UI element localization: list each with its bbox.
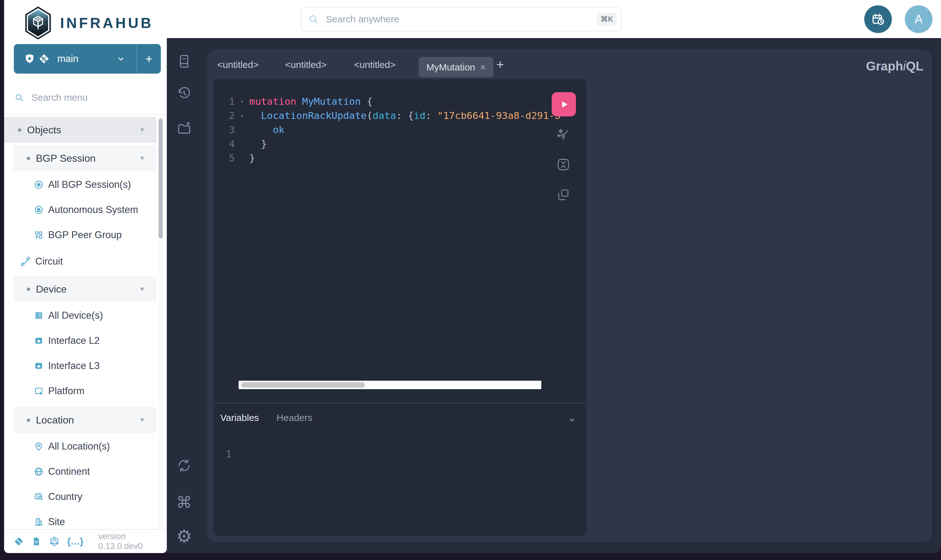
interface-icon <box>34 336 44 346</box>
site-building-icon <box>34 517 44 527</box>
sidebar-item-site[interactable]: Site <box>14 509 156 529</box>
continent-globe-icon <box>34 466 44 477</box>
query-editor[interactable]: 1 ▾ mutation MyMutation { 2 ▾ LocationRa… <box>213 79 586 536</box>
code-line: 2 ▾ LocationRackUpdate ( data : { id : "… <box>213 108 561 122</box>
item-label: Autonomous System <box>48 204 138 215</box>
prettify-button[interactable] <box>556 127 571 143</box>
close-icon[interactable]: × <box>480 62 486 73</box>
copy-query-button[interactable] <box>556 187 571 203</box>
merge-fragments-button[interactable] <box>556 157 571 172</box>
chevron-down-icon[interactable]: ⌄ <box>568 412 576 424</box>
explorer-plugin-button[interactable] <box>175 120 193 137</box>
git-icon[interactable] <box>14 536 24 547</box>
sidebar-item-interface-l3[interactable]: Interface L3 <box>14 353 156 379</box>
editor-footer: Variables Headers ⌄ <box>213 406 586 429</box>
execute-query-button[interactable] <box>552 92 576 116</box>
graphiql-panel: <untitled> <untitled> <untitled> MyMutat… <box>207 50 932 542</box>
sidebar-item-continent[interactable]: Continent <box>14 459 156 485</box>
sidebar-scrollbar-thumb[interactable] <box>159 118 163 238</box>
item-label: Country <box>48 491 82 502</box>
sidebar-item-circuit[interactable]: Circuit <box>4 249 156 274</box>
menu-search[interactable] <box>4 81 167 114</box>
graphql-icon[interactable] <box>49 536 60 547</box>
sidebar-group-objects[interactable]: Objects ▼ <box>4 117 156 143</box>
sidebar: INFRAHUB main + Objects ▼ <box>4 0 167 553</box>
caret-down-icon: ▼ <box>139 286 145 292</box>
item-label: Site <box>48 516 65 528</box>
sidebar-item-all-bgp-sessions[interactable]: All BGP Session(s) <box>14 172 156 198</box>
group-label: Location <box>36 414 74 426</box>
item-label: Interface L3 <box>48 360 100 372</box>
tab-untitled-3[interactable]: <untitled> <box>354 50 396 80</box>
tab-untitled-1[interactable]: <untitled> <box>217 50 259 80</box>
command-icon: ⌘ <box>176 495 192 510</box>
create-branch-button[interactable]: + <box>137 52 161 66</box>
branch-selector[interactable]: main + <box>14 44 161 74</box>
settings-button[interactable]: ⚙ <box>175 528 193 545</box>
tab-mymutation[interactable]: MyMutation × <box>419 57 493 77</box>
copy-icon <box>556 188 570 202</box>
menu-search-input[interactable] <box>31 92 152 103</box>
sidebar-item-interface-l2[interactable]: Interface L2 <box>14 328 156 354</box>
fold-icon[interactable]: ▾ <box>235 112 249 119</box>
gear-icon: ⚙ <box>176 528 192 545</box>
fold-icon[interactable]: ▾ <box>235 98 249 105</box>
bullet-icon <box>27 418 30 422</box>
sidebar-group-location[interactable]: Location ▼ <box>14 407 156 433</box>
branch-name: main <box>57 53 79 65</box>
sidebar-item-bgp-peer-group[interactable]: BGP Peer Group <box>14 222 156 248</box>
tab-variables[interactable]: Variables <box>220 412 259 423</box>
search-icon <box>308 14 319 25</box>
line-number: 5 <box>213 152 235 164</box>
global-search[interactable]: ⌘K <box>300 7 622 31</box>
avatar[interactable]: A <box>905 5 932 33</box>
device-icon <box>34 311 44 321</box>
app-logo[interactable]: INFRAHUB <box>23 6 153 40</box>
search-icon <box>14 93 24 102</box>
group-label: BGP Session <box>36 152 95 164</box>
history-icon <box>177 86 192 101</box>
global-search-input[interactable] <box>325 14 597 25</box>
merge-icon <box>556 157 571 172</box>
avatar-initial: A <box>915 12 923 26</box>
country-map-icon <box>34 492 44 502</box>
item-label: All Device(s) <box>48 310 103 321</box>
sidebar-item-platform[interactable]: Platform <box>14 378 156 404</box>
item-label: Circuit <box>35 256 63 267</box>
folder-add-icon <box>177 121 192 136</box>
line-number: 3 <box>213 124 235 135</box>
editor-hscrollbar-thumb[interactable] <box>241 382 365 388</box>
branch-diamond-icon <box>39 53 50 65</box>
refresh-icon <box>177 458 192 473</box>
interface-icon <box>34 361 44 371</box>
time-travel-button[interactable] <box>864 5 892 33</box>
sidebar-item-autonomous-system[interactable]: Autonomous System <box>14 197 156 223</box>
sidebar-group-device[interactable]: Device ▼ <box>14 276 156 302</box>
refetch-schema-button[interactable] <box>175 457 193 474</box>
caret-down-icon: ▼ <box>139 126 145 133</box>
sidebar-item-all-devices[interactable]: All Device(s) <box>14 303 156 328</box>
docs-plugin-button[interactable] <box>175 52 193 70</box>
chevron-down-icon <box>117 55 125 63</box>
group-label: Objects <box>27 124 61 136</box>
variables-editor[interactable]: 1 <box>213 447 232 461</box>
response-pane <box>593 79 932 536</box>
sidebar-item-country[interactable]: Country <box>14 484 156 510</box>
add-tab-button[interactable]: + <box>496 50 504 80</box>
sidebar-group-bgp-session[interactable]: BGP Session ▼ <box>14 145 156 171</box>
tab-label: <untitled> <box>217 60 259 70</box>
history-plugin-button[interactable] <box>175 85 193 102</box>
item-label: BGP Peer Group <box>48 229 122 241</box>
tab-headers[interactable]: Headers <box>277 412 312 423</box>
platform-icon <box>34 386 44 396</box>
shortcut-badge: ⌘K <box>597 13 616 26</box>
code-line: 3 ok <box>213 122 285 137</box>
sidebar-item-all-locations[interactable]: All Location(s) <box>14 434 156 459</box>
shortcuts-button[interactable]: ⌘ <box>175 494 193 511</box>
prettify-icon <box>556 128 571 142</box>
tab-untitled-2[interactable]: <untitled> <box>285 50 327 80</box>
schema-doc-icon[interactable] <box>31 536 41 547</box>
openapi-icon[interactable]: {...} <box>67 536 84 547</box>
tab-label: <untitled> <box>354 60 396 70</box>
item-label: Continent <box>48 466 90 477</box>
